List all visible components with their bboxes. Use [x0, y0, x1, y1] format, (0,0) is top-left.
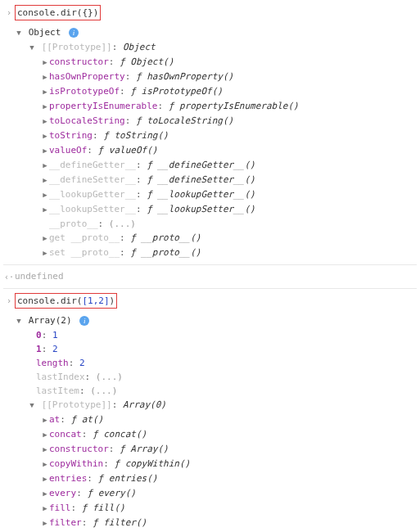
- property-value: __defineSetter__(): [157, 174, 255, 185]
- property-name: toString: [49, 130, 93, 141]
- property-row[interactable]: ▶__defineGetter__: ƒ __defineGetter__(): [41, 158, 299, 173]
- property-row[interactable]: ▶at: ƒ at(): [41, 413, 223, 427]
- property-row[interactable]: ▶hasOwnProperty: ƒ hasOwnProperty(): [41, 70, 299, 84]
- spacer: [3, 313, 15, 314]
- property-row[interactable]: ▶copyWithin: ƒ copyWithin(): [41, 457, 223, 471]
- chevron-right-icon[interactable]: ▶: [41, 232, 49, 246]
- chevron-right-icon[interactable]: ▶: [41, 188, 49, 202]
- chevron-right-icon[interactable]: ▶: [41, 56, 49, 70]
- cmd-suffix: ): [110, 295, 115, 306]
- property-name: 0: [36, 330, 42, 340]
- chevron-right-icon[interactable]: ▶: [41, 516, 49, 530]
- cmd-prefix: console.dir(: [17, 295, 82, 306]
- chevron-down-icon[interactable]: ▼: [15, 26, 23, 40]
- property-row[interactable]: 0: 1: [28, 328, 223, 342]
- property-name: __lookupGetter__: [49, 189, 136, 200]
- property-row[interactable]: ▶constructor: ƒ Array(): [41, 442, 223, 457]
- chevron-down-icon[interactable]: ▼: [28, 399, 36, 413]
- function-marker: ƒ: [93, 517, 103, 528]
- chevron-right-icon[interactable]: ▶: [41, 458, 49, 471]
- function-marker: ƒ: [82, 503, 93, 513]
- input-command[interactable]: console.dir({}): [15, 5, 101, 20]
- prototype-value[interactable]: Array(0): [123, 399, 166, 410]
- property-name: copyWithin: [49, 458, 103, 469]
- property-value: valueOf(): [109, 145, 158, 156]
- property-value: toString(): [114, 130, 168, 141]
- chevron-right-icon[interactable]: ▶: [41, 174, 49, 187]
- property-name: isPrototypeOf: [49, 86, 120, 97]
- input-command[interactable]: console.dir([1,2]): [15, 293, 117, 309]
- property-row[interactable]: ▶entries: ƒ entries(): [41, 471, 223, 486]
- console-entry-2: › console.dir([1,2]) ▼ Array(2) i 0: 1 1…: [3, 291, 417, 532]
- function-marker: ƒ: [98, 473, 109, 484]
- output-icon: ‹·: [3, 269, 15, 284]
- info-icon[interactable]: i: [79, 316, 89, 326]
- colon: :: [87, 473, 97, 484]
- property-name: 1: [36, 344, 42, 354]
- chevron-right-icon[interactable]: ▶: [41, 70, 49, 84]
- property-row[interactable]: ▶__lookupGetter__: ƒ __lookupGetter__(): [41, 187, 299, 202]
- chevron-right-icon[interactable]: ▶: [41, 413, 49, 427]
- separator: [3, 288, 417, 289]
- chevron-right-icon[interactable]: ▶: [41, 203, 49, 217]
- chevron-right-icon[interactable]: ▶: [41, 443, 49, 457]
- chevron-right-icon[interactable]: ▶: [41, 100, 49, 114]
- property-row[interactable]: ▶toLocaleString: ƒ toLocaleString(): [41, 114, 299, 128]
- prototype-value[interactable]: Object: [123, 42, 156, 52]
- chevron-right-icon[interactable]: ▶: [41, 144, 49, 158]
- property-value: entries(): [109, 473, 158, 484]
- property-row[interactable]: __proto__: (...): [41, 217, 299, 231]
- property-row[interactable]: length: 2: [28, 356, 223, 370]
- colon: :: [109, 444, 120, 454]
- colon: :: [125, 115, 136, 126]
- function-marker: ƒ: [71, 414, 82, 425]
- chevron-right-icon[interactable]: ▶: [41, 428, 49, 442]
- property-row[interactable]: ▶filter: ƒ filter(): [41, 516, 223, 530]
- object-header[interactable]: Object: [29, 27, 61, 38]
- property-value: __lookupGetter__(): [157, 189, 255, 200]
- property-row[interactable]: ▶__lookupSetter__: ƒ __lookupSetter__(): [41, 202, 299, 217]
- info-icon[interactable]: i: [69, 28, 79, 38]
- prototype-label[interactable]: [[Prototype]]: [42, 399, 112, 410]
- property-row[interactable]: ▶constructor: ƒ Object(): [41, 55, 299, 70]
- property-row[interactable]: lastIndex: (...): [28, 370, 223, 384]
- property-row[interactable]: ▶toString: ƒ toString(): [41, 128, 299, 143]
- property-name: constructor: [49, 56, 109, 67]
- chevron-right-icon[interactable]: ▶: [41, 472, 49, 486]
- colon: :: [71, 503, 82, 513]
- chevron-down-icon[interactable]: ▼: [28, 41, 36, 55]
- property-row[interactable]: ▶every: ƒ every(): [41, 486, 223, 501]
- property-row[interactable]: ▶set __proto__: ƒ __proto__(): [41, 246, 299, 260]
- array-header[interactable]: Array(2): [29, 315, 72, 326]
- chevron-right-icon[interactable]: ▶: [41, 159, 49, 173]
- function-marker: ƒ: [147, 160, 157, 170]
- property-value: __defineGetter__(): [157, 160, 255, 170]
- property-row[interactable]: lastItem: (...): [28, 384, 223, 398]
- property-row[interactable]: ▶valueOf: ƒ valueOf(): [41, 143, 299, 158]
- chevron-right-icon[interactable]: ▶: [41, 502, 49, 516]
- property-row[interactable]: ▶get __proto__: ƒ __proto__(): [41, 231, 299, 246]
- property-row[interactable]: ▶fill: ƒ fill(): [41, 501, 223, 516]
- property-row[interactable]: 1: 2: [28, 342, 223, 356]
- property-row[interactable]: ▶__defineSetter__: ƒ __defineSetter__(): [41, 173, 299, 187]
- property-row[interactable]: ▶isPrototypeOf: ƒ isPrototypeOf(): [41, 84, 299, 99]
- property-name: propertyIsEnumerable: [49, 101, 157, 111]
- function-marker: ƒ: [130, 232, 141, 243]
- property-name: valueOf: [49, 145, 87, 156]
- property-row[interactable]: ▶propertyIsEnumerable: ƒ propertyIsEnume…: [41, 99, 299, 114]
- property-value: at(): [82, 414, 104, 425]
- property-value: __proto__(): [142, 247, 201, 258]
- property-name: toLocaleString: [49, 115, 125, 126]
- chevron-right-icon[interactable]: ▶: [41, 85, 49, 99]
- chevron-down-icon[interactable]: ▼: [15, 314, 23, 328]
- chevron-right-icon[interactable]: ▶: [41, 487, 49, 501]
- property-row[interactable]: ▶concat: ƒ concat(): [41, 427, 223, 442]
- colon: :: [120, 232, 130, 243]
- function-marker: ƒ: [147, 189, 157, 200]
- chevron-right-icon[interactable]: ▶: [41, 246, 49, 260]
- chevron-right-icon[interactable]: ▶: [41, 129, 49, 143]
- console-result-1: ‹· undefined: [3, 268, 417, 286]
- prototype-label[interactable]: [[Prototype]]: [42, 42, 112, 52]
- chevron-right-icon[interactable]: ▶: [41, 115, 49, 128]
- function-marker: ƒ: [147, 204, 157, 214]
